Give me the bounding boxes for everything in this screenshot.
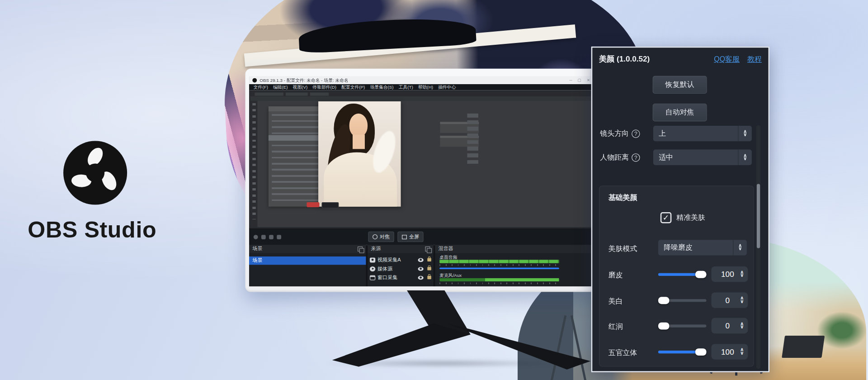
lens-direction-select[interactable]: 上 ∧∨ bbox=[653, 126, 752, 141]
rosy-value[interactable]: 0 ∧∨ bbox=[711, 318, 748, 333]
audio-meter bbox=[439, 260, 559, 263]
menu-file[interactable]: 文件(F) bbox=[254, 84, 268, 90]
status-icon-2 bbox=[261, 235, 266, 239]
menu-edit[interactable]: 编辑(E) bbox=[273, 84, 288, 90]
autofocus-button[interactable]: 自动对焦 bbox=[653, 104, 707, 121]
camera-icon bbox=[370, 257, 375, 262]
subject-distance-label: 人物距离 bbox=[600, 152, 629, 162]
obs-toolbar-strip: 对焦 全屏 bbox=[249, 228, 596, 245]
tutorial-link[interactable]: 教程 bbox=[747, 54, 762, 64]
spinner-arrows-icon[interactable]: ∧∨ bbox=[740, 297, 744, 304]
menu-help[interactable]: 帮助(H) bbox=[418, 84, 433, 90]
monitor-screen: OBS 29.1.3 - 配置文件: 未命名 - 场景: 未命名 ─ ▢ ✕ 文… bbox=[249, 76, 596, 286]
spinner-arrows-icon[interactable]: ∧∨ bbox=[740, 323, 744, 329]
subject-distance-select[interactable]: 适中 ∧∨ bbox=[653, 150, 752, 165]
visibility-icon[interactable] bbox=[418, 258, 423, 262]
menu-docks[interactable]: 停靠部件(D) bbox=[312, 84, 336, 90]
help-icon[interactable]: ? bbox=[632, 153, 640, 162]
sources-dock-title: 来源 bbox=[371, 245, 381, 252]
lock-icon[interactable] bbox=[427, 267, 431, 270]
lock-icon[interactable] bbox=[427, 276, 431, 279]
spinner-arrows-icon[interactable]: ∧∨ bbox=[740, 349, 744, 355]
visibility-icon[interactable] bbox=[418, 267, 423, 271]
status-icon-1 bbox=[254, 235, 258, 239]
slider-handle[interactable] bbox=[658, 322, 669, 329]
lens-direction-label: 镜头方向 bbox=[600, 128, 629, 138]
portrait-photo bbox=[318, 101, 401, 207]
monitor-stand bbox=[310, 290, 598, 371]
whitening-value[interactable]: 0 ∧∨ bbox=[711, 293, 748, 308]
restore-defaults-button[interactable]: 恢复默认 bbox=[653, 76, 707, 94]
panel-title: 美颜 (1.0.0.52) bbox=[599, 54, 650, 64]
scene-list-item[interactable]: 场景 bbox=[249, 256, 366, 265]
section-title: 基础美颜 bbox=[609, 193, 637, 203]
editor-dark-badge bbox=[321, 202, 339, 208]
lens-icon bbox=[373, 234, 377, 239]
mixer-dock-title: 混音器 bbox=[439, 245, 453, 252]
smooth-skin-value[interactable]: 100 ∧∨ bbox=[711, 266, 748, 282]
window-controls[interactable]: ─ ▢ ✕ bbox=[570, 78, 593, 83]
beauty-plugin-panel: 美颜 (1.0.0.52) QQ客服 教程 恢复默认 自动对焦 镜头方向 ? 上… bbox=[591, 47, 769, 372]
lock-icon[interactable] bbox=[427, 258, 431, 261]
smooth-skin-slider[interactable] bbox=[658, 273, 707, 276]
visibility-icon[interactable] bbox=[418, 276, 423, 280]
face-3d-value[interactable]: 100 ∧∨ bbox=[711, 344, 748, 359]
captured-editor-window bbox=[250, 91, 594, 227]
status-icon-3 bbox=[269, 235, 274, 239]
obs-window-title: OBS 29.1.3 - 配置文件: 未命名 - 场景: 未命名 bbox=[259, 77, 348, 83]
scrollbar-thumb[interactable] bbox=[757, 184, 760, 248]
smooth-skin-label: 磨皮 bbox=[609, 271, 623, 280]
skin-mode-select[interactable]: 降噪磨皮 ∧∨ bbox=[658, 240, 747, 255]
audio-meter bbox=[439, 278, 559, 281]
chevron-updown-icon: ∧∨ bbox=[738, 126, 752, 141]
qq-support-link[interactable]: QQ客服 bbox=[714, 54, 740, 64]
face-3d-slider[interactable] bbox=[658, 351, 707, 353]
status-icon-4 bbox=[277, 235, 281, 239]
rosy-slider[interactable] bbox=[658, 325, 707, 328]
checkbox-checked-icon[interactable]: ✓ bbox=[660, 212, 671, 223]
whitening-label: 美白 bbox=[609, 296, 623, 306]
editor-tool-column bbox=[250, 101, 257, 227]
mixer-dock: 混音器 桌面音频 麦克风/Aux bbox=[435, 245, 595, 286]
precise-skin-checkbox-row[interactable]: ✓ 精准美肤 bbox=[660, 212, 705, 223]
scenes-dock-title: 场景 bbox=[252, 245, 262, 252]
screen-icon bbox=[402, 235, 407, 239]
menu-tools[interactable]: 工具(T) bbox=[399, 84, 413, 90]
basic-beauty-section: 基础美颜 ✓ 精准美肤 美肤模式 降噪磨皮 ∧∨ 磨皮 100 ∧∨ 美白 bbox=[599, 185, 754, 366]
chevron-updown-icon: ∧∨ bbox=[733, 240, 747, 255]
slider-handle[interactable] bbox=[658, 297, 669, 304]
slider-handle[interactable] bbox=[695, 348, 706, 356]
obs-menubar: 文件(F) 编辑(E) 视图(V) 停靠部件(D) 配置文件(P) 场景集合(S… bbox=[249, 84, 596, 90]
volume-slider[interactable] bbox=[439, 267, 559, 269]
precise-skin-label: 精准美肤 bbox=[676, 213, 705, 223]
source-row-media[interactable]: 媒体源 bbox=[368, 265, 434, 272]
chevron-updown-icon: ∧∨ bbox=[738, 150, 752, 165]
rosy-label: 红润 bbox=[609, 322, 623, 332]
whitening-slider[interactable] bbox=[658, 299, 707, 302]
obs-logo-icon bbox=[62, 140, 128, 206]
obs-titlebar: OBS 29.1.3 - 配置文件: 未命名 - 场景: 未命名 ─ ▢ ✕ bbox=[249, 76, 596, 84]
menu-scene-collection[interactable]: 场景集合(S) bbox=[370, 84, 393, 90]
obs-preview[interactable] bbox=[249, 90, 596, 228]
window-capture-icon bbox=[370, 275, 375, 280]
menu-plugin-center[interactable]: 插件中心 bbox=[438, 84, 456, 90]
focus-toggle-button[interactable]: 对焦 bbox=[368, 232, 394, 242]
obs-docks: 场景 场景 来源 视频采集A 媒体源 bbox=[249, 245, 596, 286]
slider-handle[interactable] bbox=[695, 271, 706, 278]
popout-icon[interactable] bbox=[358, 247, 363, 252]
app-name: OBS Studio bbox=[28, 217, 156, 243]
spinner-arrows-icon[interactable]: ∧∨ bbox=[740, 271, 744, 277]
panel-scrollbar[interactable] bbox=[756, 125, 761, 369]
scenes-dock: 场景 场景 bbox=[249, 245, 366, 286]
fullscreen-toggle-button[interactable]: 全屏 bbox=[397, 232, 424, 242]
help-icon[interactable]: ? bbox=[632, 129, 640, 138]
face-3d-label: 五官立体 bbox=[609, 348, 637, 358]
popout-icon[interactable] bbox=[425, 247, 430, 252]
media-icon bbox=[370, 266, 375, 271]
source-row-window[interactable]: 窗口采集 bbox=[368, 274, 434, 281]
source-row-camera[interactable]: 视频采集A bbox=[368, 256, 434, 264]
obs-titlebar-logo-icon bbox=[252, 78, 257, 83]
sources-dock: 来源 视频采集A 媒体源 窗口采集 bbox=[368, 245, 434, 286]
menu-profile[interactable]: 配置文件(P) bbox=[341, 84, 365, 90]
menu-view[interactable]: 视图(V) bbox=[293, 84, 308, 90]
